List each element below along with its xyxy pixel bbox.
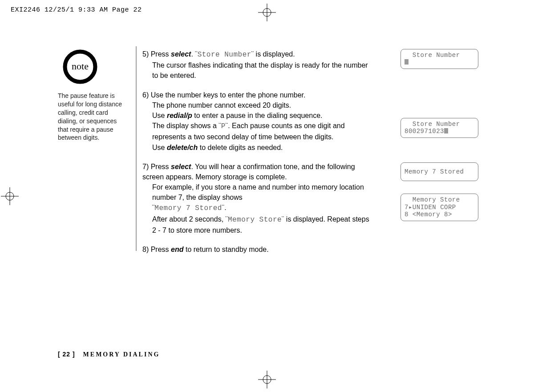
note-badge-label: note	[72, 61, 89, 72]
instruction-steps: 5) Press select. ¨Store Number¨ is displ…	[142, 49, 369, 263]
lcd-text: Memory 7 Stored	[154, 204, 222, 212]
lcd-screen-memory-store-list: Memory Store 7▸UNIDEN CORP 8 <Memory 8>	[400, 194, 478, 221]
step-5-detail: The cursor flashes indicating that the d…	[142, 60, 369, 81]
page-number: [ 22 ]	[58, 351, 75, 358]
step-5: 5) Press select. ¨Store Number¨ is displ…	[142, 49, 369, 81]
step-7: 7) Press select. You will hear a confirm…	[142, 162, 369, 235]
note-badge: note	[62, 49, 98, 85]
cursor-icon	[444, 128, 448, 133]
lcd-screen-memory-stored: Memory 7 Stored	[400, 162, 478, 181]
registration-mark-left	[1, 187, 19, 205]
step-number: 8)	[142, 246, 149, 253]
key-redial-p: redial/p	[167, 112, 192, 119]
lcd-text: P	[221, 122, 226, 130]
note-text: The pause feature is useful for long dis…	[58, 92, 127, 142]
step-number: 6)	[142, 91, 149, 99]
lcd-text: Store Number	[198, 51, 251, 59]
key-select: select	[171, 163, 191, 170]
key-delete-ch: delete/ch	[167, 144, 198, 151]
lcd-text: Memory Store	[228, 216, 282, 224]
lcd-screen-store-number-empty: Store Number	[400, 49, 478, 69]
registration-mark-bottom	[258, 371, 276, 388]
page-footer: [ 22 ] MEMORY DIALING	[58, 351, 160, 358]
vertical-divider	[136, 46, 137, 251]
step-number: 5)	[142, 50, 149, 58]
key-select: select	[171, 50, 191, 58]
cursor-icon	[405, 59, 409, 65]
print-slug: EXI2246 12/25/1 9:33 AM Page 22	[11, 6, 142, 14]
key-end: end	[171, 246, 183, 253]
sidebar-note: note The pause feature is useful for lon…	[58, 49, 127, 142]
page-content: note The pause feature is useful for lon…	[58, 49, 485, 360]
step-6: 6) Use the number keys to enter the phon…	[142, 90, 369, 153]
lcd-previews: Store Number Store Number 8002971023 Mem…	[400, 49, 478, 234]
registration-mark-top	[258, 4, 276, 21]
step-8: 8) Press end to return to standby mode.	[142, 244, 369, 255]
section-title: MEMORY DIALING	[83, 351, 160, 358]
step-number: 7)	[142, 163, 149, 170]
lcd-screen-store-number-entered: Store Number 8002971023	[400, 118, 478, 138]
